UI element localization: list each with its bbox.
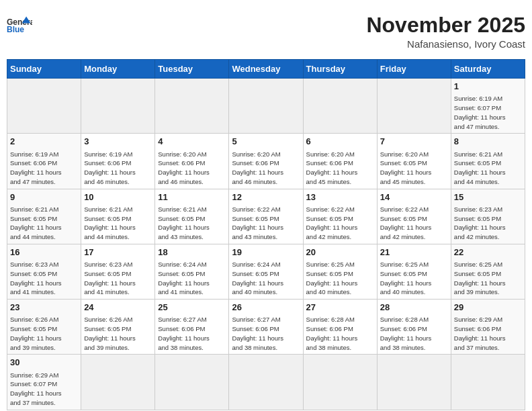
day-info: Sunrise: 6:20 AM Sunset: 6:06 PM Dayligh… — [232, 150, 300, 187]
logo-icon: General Blue — [7, 13, 32, 39]
day-info: Sunrise: 6:20 AM Sunset: 6:05 PM Dayligh… — [380, 150, 448, 187]
day-info: Sunrise: 6:27 AM Sunset: 6:06 PM Dayligh… — [232, 315, 300, 352]
day-info: Sunrise: 6:24 AM Sunset: 6:05 PM Dayligh… — [232, 260, 300, 297]
day-cell — [81, 79, 155, 134]
day-cell: 14Sunrise: 6:22 AM Sunset: 6:05 PM Dayli… — [377, 189, 451, 244]
day-number: 9 — [10, 191, 78, 203]
day-cell — [155, 79, 229, 134]
day-cell — [377, 355, 451, 410]
day-number: 17 — [84, 246, 152, 259]
weekday-header-row: SundayMondayTuesdayWednesdayThursdayFrid… — [7, 60, 525, 79]
day-cell: 11Sunrise: 6:21 AM Sunset: 6:05 PM Dayli… — [155, 189, 229, 244]
day-cell: 24Sunrise: 6:26 AM Sunset: 6:05 PM Dayli… — [81, 300, 155, 355]
logo-area: General Blue — [7, 13, 32, 39]
week-row-3: 9Sunrise: 6:21 AM Sunset: 6:05 PM Daylig… — [7, 189, 525, 244]
day-number: 19 — [232, 246, 300, 259]
svg-text:Blue: Blue — [7, 26, 24, 35]
day-info: Sunrise: 6:28 AM Sunset: 6:06 PM Dayligh… — [380, 315, 448, 352]
day-info: Sunrise: 6:29 AM Sunset: 6:06 PM Dayligh… — [454, 315, 522, 352]
day-cell: 12Sunrise: 6:22 AM Sunset: 6:05 PM Dayli… — [229, 189, 303, 244]
day-cell: 7Sunrise: 6:20 AM Sunset: 6:05 PM Daylig… — [377, 134, 451, 189]
day-number: 18 — [158, 246, 226, 259]
weekday-header-wednesday: Wednesday — [229, 60, 303, 79]
day-info: Sunrise: 6:29 AM Sunset: 6:07 PM Dayligh… — [10, 371, 78, 408]
day-cell: 28Sunrise: 6:28 AM Sunset: 6:06 PM Dayli… — [377, 300, 451, 355]
day-info: Sunrise: 6:22 AM Sunset: 6:05 PM Dayligh… — [232, 205, 300, 242]
day-cell — [303, 79, 377, 134]
day-number: 16 — [10, 246, 78, 259]
day-info: Sunrise: 6:21 AM Sunset: 6:05 PM Dayligh… — [84, 205, 152, 242]
day-cell: 13Sunrise: 6:22 AM Sunset: 6:05 PM Dayli… — [303, 189, 377, 244]
month-title: November 2025 — [366, 13, 525, 37]
day-number: 22 — [454, 246, 522, 259]
week-row-6: 30Sunrise: 6:29 AM Sunset: 6:07 PM Dayli… — [7, 355, 525, 410]
day-cell: 25Sunrise: 6:27 AM Sunset: 6:06 PM Dayli… — [155, 300, 229, 355]
page: General Blue November 2025 Nafanasienso,… — [7, 7, 525, 410]
day-info: Sunrise: 6:25 AM Sunset: 6:05 PM Dayligh… — [380, 260, 448, 297]
day-cell: 9Sunrise: 6:21 AM Sunset: 6:05 PM Daylig… — [7, 189, 81, 244]
day-info: Sunrise: 6:20 AM Sunset: 6:06 PM Dayligh… — [306, 150, 374, 187]
day-cell — [7, 79, 81, 134]
weekday-header-sunday: Sunday — [7, 60, 81, 79]
week-row-4: 16Sunrise: 6:23 AM Sunset: 6:05 PM Dayli… — [7, 244, 525, 299]
day-info: Sunrise: 6:25 AM Sunset: 6:05 PM Dayligh… — [306, 260, 374, 297]
day-number: 2 — [10, 136, 78, 148]
weekday-header-tuesday: Tuesday — [155, 60, 229, 79]
day-number: 5 — [232, 136, 300, 148]
day-info: Sunrise: 6:19 AM Sunset: 6:06 PM Dayligh… — [10, 150, 78, 187]
day-info: Sunrise: 6:19 AM Sunset: 6:07 PM Dayligh… — [454, 94, 522, 131]
day-number: 11 — [158, 191, 226, 203]
day-cell: 29Sunrise: 6:29 AM Sunset: 6:06 PM Dayli… — [451, 300, 525, 355]
day-number: 15 — [454, 191, 522, 203]
calendar: SundayMondayTuesdayWednesdayThursdayFrid… — [7, 59, 525, 410]
day-number: 25 — [158, 302, 226, 314]
day-info: Sunrise: 6:23 AM Sunset: 6:05 PM Dayligh… — [10, 260, 78, 297]
day-number: 24 — [84, 302, 152, 314]
day-cell: 22Sunrise: 6:25 AM Sunset: 6:05 PM Dayli… — [451, 244, 525, 299]
day-cell: 30Sunrise: 6:29 AM Sunset: 6:07 PM Dayli… — [7, 355, 81, 410]
day-cell — [451, 355, 525, 410]
location-title: Nafanasienso, Ivory Coast — [366, 38, 525, 50]
day-cell: 15Sunrise: 6:23 AM Sunset: 6:05 PM Dayli… — [451, 189, 525, 244]
day-cell — [229, 355, 303, 410]
day-cell: 16Sunrise: 6:23 AM Sunset: 6:05 PM Dayli… — [7, 244, 81, 299]
day-cell: 8Sunrise: 6:21 AM Sunset: 6:05 PM Daylig… — [451, 134, 525, 189]
weekday-header-thursday: Thursday — [303, 60, 377, 79]
weekday-header-monday: Monday — [81, 60, 155, 79]
day-cell — [229, 79, 303, 134]
day-info: Sunrise: 6:23 AM Sunset: 6:05 PM Dayligh… — [454, 205, 522, 242]
day-info: Sunrise: 6:28 AM Sunset: 6:06 PM Dayligh… — [306, 315, 374, 352]
week-row-2: 2Sunrise: 6:19 AM Sunset: 6:06 PM Daylig… — [7, 134, 525, 189]
day-info: Sunrise: 6:21 AM Sunset: 6:05 PM Dayligh… — [454, 150, 522, 187]
day-number: 21 — [380, 246, 448, 259]
day-number: 20 — [306, 246, 374, 259]
day-cell: 23Sunrise: 6:26 AM Sunset: 6:05 PM Dayli… — [7, 300, 81, 355]
day-cell: 2Sunrise: 6:19 AM Sunset: 6:06 PM Daylig… — [7, 134, 81, 189]
day-info: Sunrise: 6:20 AM Sunset: 6:06 PM Dayligh… — [158, 150, 226, 187]
day-number: 30 — [10, 357, 78, 369]
day-info: Sunrise: 6:25 AM Sunset: 6:05 PM Dayligh… — [454, 260, 522, 297]
header: General Blue November 2025 Nafanasienso,… — [7, 7, 525, 55]
day-cell: 19Sunrise: 6:24 AM Sunset: 6:05 PM Dayli… — [229, 244, 303, 299]
day-cell: 10Sunrise: 6:21 AM Sunset: 6:05 PM Dayli… — [81, 189, 155, 244]
day-number: 28 — [380, 302, 448, 314]
day-info: Sunrise: 6:26 AM Sunset: 6:05 PM Dayligh… — [10, 315, 78, 352]
title-area: November 2025 Nafanasienso, Ivory Coast — [366, 13, 525, 50]
day-number: 6 — [306, 136, 374, 148]
day-cell — [303, 355, 377, 410]
day-info: Sunrise: 6:21 AM Sunset: 6:05 PM Dayligh… — [158, 205, 226, 242]
day-info: Sunrise: 6:19 AM Sunset: 6:06 PM Dayligh… — [84, 150, 152, 187]
day-cell: 1Sunrise: 6:19 AM Sunset: 6:07 PM Daylig… — [451, 79, 525, 134]
day-cell: 5Sunrise: 6:20 AM Sunset: 6:06 PM Daylig… — [229, 134, 303, 189]
day-cell — [377, 79, 451, 134]
day-cell: 20Sunrise: 6:25 AM Sunset: 6:05 PM Dayli… — [303, 244, 377, 299]
day-cell: 6Sunrise: 6:20 AM Sunset: 6:06 PM Daylig… — [303, 134, 377, 189]
day-cell: 21Sunrise: 6:25 AM Sunset: 6:05 PM Dayli… — [377, 244, 451, 299]
day-number: 10 — [84, 191, 152, 203]
day-cell: 4Sunrise: 6:20 AM Sunset: 6:06 PM Daylig… — [155, 134, 229, 189]
day-info: Sunrise: 6:22 AM Sunset: 6:05 PM Dayligh… — [380, 205, 448, 242]
day-cell: 18Sunrise: 6:24 AM Sunset: 6:05 PM Dayli… — [155, 244, 229, 299]
weekday-header-saturday: Saturday — [451, 60, 525, 79]
day-number: 14 — [380, 191, 448, 203]
day-number: 27 — [306, 302, 374, 314]
